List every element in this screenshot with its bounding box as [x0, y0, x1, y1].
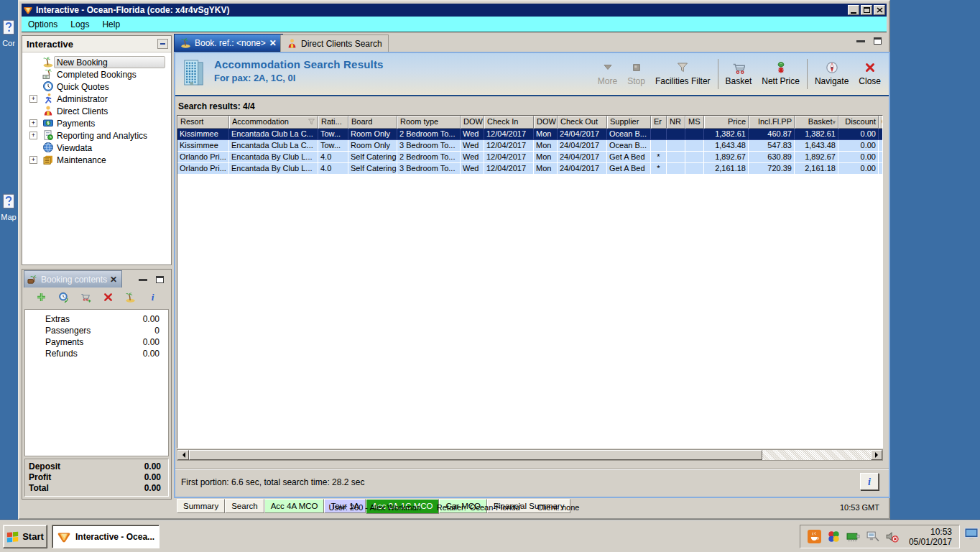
plus-icon[interactable] [36, 292, 47, 303]
column-header-er[interactable]: Er [651, 116, 667, 129]
toolbar-button-label: Basket [726, 76, 752, 86]
column-header-check-in[interactable]: Check In [484, 116, 534, 129]
column-header-dow[interactable]: DOW [534, 116, 558, 129]
basket-go-icon[interactable] [80, 292, 91, 303]
sidebar-item-completed-bookings[interactable]: Completed Bookings [22, 68, 171, 80]
tabstrip-maximize-icon[interactable] [874, 37, 882, 45]
menu-item-options[interactable]: Options [22, 17, 64, 32]
column-header-accommodation[interactable]: Accommodation [229, 116, 318, 129]
panel-maximize-icon[interactable] [156, 276, 164, 283]
tabstrip-minimize-icon[interactable] [856, 40, 865, 42]
mute-speaker-icon[interactable] [885, 530, 899, 543]
scroll-left-button[interactable] [177, 450, 189, 460]
tab-book-ref-none-[interactable]: Book. ref.: <none>✕ [174, 34, 283, 52]
stop-button[interactable]: Stop [622, 58, 650, 91]
facilities-filter-button[interactable]: Facilities Filter [650, 58, 716, 91]
column-header-supplier[interactable]: Supplier [607, 116, 651, 129]
info-button[interactable]: i [860, 473, 879, 490]
clock-globe-icon[interactable] [58, 292, 69, 303]
expand-icon[interactable]: + [29, 132, 37, 139]
sidebar-item-label: Quick Quotes [57, 82, 109, 92]
column-header-room-type[interactable]: Room type [397, 116, 461, 129]
column-header-incl-fl-pp[interactable]: Incl.Fl.PP [749, 116, 795, 129]
navigate-button[interactable]: Navigate [810, 58, 854, 91]
minimize-button[interactable] [848, 5, 859, 15]
column-header-basket[interactable]: Basket▾ [795, 116, 838, 129]
booking-summary-row[interactable]: Extras0.00 [25, 314, 168, 326]
expand-icon[interactable]: + [29, 119, 37, 127]
palm-island-icon[interactable] [125, 292, 136, 303]
nett-price-button[interactable]: Nett Price [757, 58, 805, 91]
scrollbar-thumb[interactable] [189, 450, 762, 460]
start-button[interactable]: Start [3, 525, 47, 548]
close-icon[interactable]: ✕ [110, 275, 117, 285]
column-header-rati-[interactable]: Rati... [318, 116, 348, 129]
sidebar-item-direct-clients[interactable]: Direct Clients [22, 105, 171, 117]
cell: Kissimmee [177, 129, 229, 140]
expand-icon[interactable]: + [29, 95, 37, 103]
horizontal-scrollbar[interactable] [177, 449, 883, 461]
taskbar-task-button[interactable]: Interactive - Ocea... [52, 525, 160, 548]
sidebar-item-maintenance[interactable]: +Maintenance [22, 154, 171, 166]
cell: Mon [534, 152, 558, 163]
close-button[interactable] [874, 5, 885, 15]
sidebar-item-new-booking[interactable]: New Booking [22, 56, 171, 68]
cell: * [651, 152, 667, 163]
filter-funnel-icon[interactable] [308, 118, 315, 127]
tab-close-icon[interactable]: ✕ [269, 38, 277, 48]
cell: 12/04/2017 [484, 152, 534, 163]
more-button[interactable]: More [593, 58, 622, 91]
column-header-price[interactable]: Price [704, 116, 749, 129]
sidebar-item-quick-quotes[interactable]: Quick Quotes [22, 80, 171, 93]
column-header-dow[interactable]: DOW [461, 116, 484, 129]
collapse-panel-button[interactable] [157, 39, 168, 49]
booking-summary-row[interactable]: Passengers0 [25, 326, 168, 337]
colors-icon[interactable] [827, 530, 841, 543]
nett-price-icon [775, 59, 787, 76]
menu-item-logs[interactable]: Logs [64, 17, 96, 32]
booking-summary-row[interactable]: Refunds0.00 [25, 349, 168, 360]
svg-text:i: i [868, 477, 871, 487]
panel-minimize-icon[interactable] [139, 279, 147, 281]
toolbar-separator [807, 59, 808, 89]
sidebar-item-reporting-and-analytics[interactable]: +Reporting and Analytics [22, 129, 171, 142]
netcard-icon[interactable] [846, 530, 860, 543]
scroll-right-button[interactable] [871, 450, 882, 460]
booking-contents-tab[interactable]: Booking contents ✕ [24, 270, 122, 288]
column-header-check-out[interactable]: Check Out [558, 116, 607, 129]
expand-icon[interactable]: + [29, 156, 37, 164]
cell: 720.39 [749, 163, 795, 175]
maximize-button[interactable] [861, 5, 872, 15]
column-header-resort[interactable]: Resort [177, 116, 229, 129]
result-row-1[interactable]: KissimmeeEncantada Club La C...Tow...Roo… [177, 129, 882, 140]
sidebar-item-viewdata[interactable]: Viewdata [22, 142, 171, 154]
toolbar-button-label: Navigate [815, 76, 849, 86]
row-label: Passengers [45, 326, 91, 336]
cell: Self Catering [348, 163, 397, 175]
row-value: 0.00 [143, 314, 160, 324]
clock-date: 05/01/2017 [909, 537, 952, 547]
column-header-board[interactable]: Board [348, 116, 397, 129]
show-desktop-icon[interactable] [964, 527, 979, 541]
info-icon[interactable]: i [147, 292, 158, 303]
column-header-ms[interactable]: MS [685, 116, 704, 129]
taskbar-clock[interactable]: 10:53 05/01/2017 [909, 527, 952, 547]
basket-button[interactable]: Basket [721, 58, 757, 91]
result-row-3[interactable]: Orlando Pri...Encantada By Club L...4.0S… [177, 152, 882, 163]
result-row-2[interactable]: KissimmeeEncantada Club La C...Tow...Roo… [177, 140, 882, 152]
cell: 1,643.48 [795, 140, 838, 152]
booking-summary-row[interactable]: Payments0.00 [25, 337, 168, 349]
close-button[interactable]: Close [854, 58, 886, 91]
network-icon[interactable] [866, 530, 879, 543]
column-header-nr[interactable]: NR [667, 116, 685, 129]
column-header-c[interactable]: C [879, 116, 883, 129]
tab-direct-clients-search[interactable]: Direct Clients Search [280, 34, 389, 52]
menu-item-help[interactable]: Help [96, 17, 126, 32]
java-icon[interactable] [808, 530, 821, 543]
sidebar-item-payments[interactable]: +Payments [22, 117, 171, 129]
result-row-4[interactable]: Orlando Pri...Encantada By Club L...4.0S… [177, 163, 882, 175]
column-header-discount[interactable]: Discount [838, 116, 879, 129]
red-x-icon[interactable] [103, 292, 114, 303]
cell [667, 140, 685, 152]
sidebar-item-administrator[interactable]: +Administrator [22, 93, 171, 105]
